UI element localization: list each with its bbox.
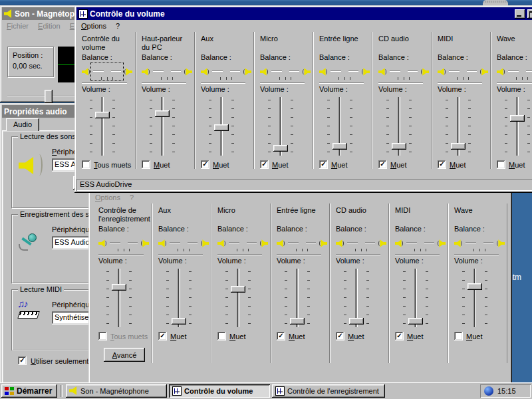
volume-slider[interactable] (384, 96, 414, 157)
maximize-button[interactable] (527, 9, 532, 19)
mute-checkbox[interactable]: ✓ (438, 160, 446, 169)
balance-thumb[interactable] (460, 65, 467, 76)
balance-thumb[interactable] (239, 237, 247, 248)
balance-slider[interactable] (227, 235, 258, 251)
speaker-left-icon (378, 68, 386, 76)
volume-slider[interactable] (325, 96, 355, 157)
balance-slider[interactable] (211, 64, 241, 80)
volume-slider[interactable] (164, 267, 194, 329)
mute-checkbox[interactable]: ✓ (378, 160, 387, 169)
volume-control-titlebar[interactable]: Contrôle du volume (76, 7, 532, 20)
volume-slider[interactable] (206, 96, 237, 157)
mute-checkbox[interactable]: ✓ (277, 332, 285, 340)
tray-volume-icon[interactable] (484, 386, 493, 396)
balance-slider[interactable] (388, 64, 419, 80)
balance-slider[interactable] (152, 64, 182, 80)
volume-slider[interactable] (400, 267, 431, 329)
mute-checkbox[interactable] (217, 332, 226, 340)
volume-thumb[interactable] (231, 286, 245, 293)
balance-slider[interactable] (270, 64, 301, 80)
balance-thumb[interactable] (417, 237, 424, 248)
balance-thumb[interactable] (400, 65, 408, 76)
taskbar-button-volume[interactable]: Contrôle du volume (169, 384, 270, 398)
balance-thumb[interactable] (104, 65, 111, 76)
menu-options[interactable]: Options (95, 194, 120, 201)
balance-thumb[interactable] (120, 237, 128, 248)
volume-slider[interactable] (443, 96, 473, 157)
mute-checkbox[interactable] (142, 160, 150, 169)
preferred-devices-checkbox[interactable]: ✓ (18, 356, 27, 365)
channel-name: Wave (454, 206, 507, 225)
balance-slider[interactable] (92, 64, 122, 80)
menu-edition[interactable]: Edition (38, 22, 61, 30)
mute-checkbox[interactable]: ✓ (395, 332, 404, 340)
balance-thumb[interactable] (299, 237, 306, 248)
balance-slider[interactable] (464, 235, 495, 251)
balance-slider[interactable] (448, 64, 478, 80)
balance-thumb[interactable] (223, 65, 230, 76)
mute-checkbox[interactable] (98, 332, 107, 340)
balance-thumb[interactable] (282, 65, 289, 76)
balance-slider[interactable] (405, 235, 436, 251)
mute-checkbox[interactable] (82, 160, 90, 169)
mute-checkbox[interactable]: ✓ (260, 160, 269, 169)
mute-checkbox[interactable]: ✓ (201, 160, 209, 169)
balance-slider[interactable] (507, 64, 532, 80)
balance-thumb[interactable] (341, 65, 348, 76)
mute-row: ✓ Muet (158, 331, 211, 342)
volume-slider[interactable] (265, 96, 296, 157)
balance-slider[interactable] (168, 235, 199, 251)
tab-audio[interactable]: Audio (6, 118, 39, 131)
volume-thumb[interactable] (172, 318, 186, 325)
mute-checkbox[interactable] (497, 160, 505, 169)
balance-thumb[interactable] (476, 237, 483, 248)
volume-thumb[interactable] (332, 143, 347, 150)
seek-thumb[interactable] (45, 90, 53, 103)
volume-thumb[interactable] (155, 110, 170, 117)
balance-thumb[interactable] (180, 237, 188, 248)
mute-checkbox[interactable] (454, 332, 463, 340)
volume-slider[interactable] (341, 267, 372, 329)
volume-thumb[interactable] (95, 112, 110, 118)
balance-slider[interactable] (329, 64, 360, 80)
menu-fichier[interactable]: Fichier (7, 22, 29, 30)
start-button[interactable]: Démarrer (1, 384, 57, 398)
balance-slider[interactable] (108, 235, 139, 251)
volume-slider[interactable] (460, 267, 490, 329)
taskbar-button-recording[interactable]: Contrôle de l'enregistrement (272, 384, 385, 398)
menu-help[interactable]: ? (116, 22, 120, 30)
mute-label: Muet (450, 161, 466, 169)
minimize-button[interactable] (515, 9, 525, 19)
volume-thumb[interactable] (214, 124, 229, 131)
balance-label: Balance : (98, 225, 152, 234)
mute-checkbox[interactable]: ✓ (336, 332, 344, 340)
mute-checkbox[interactable]: ✓ (319, 160, 328, 169)
volume-slider[interactable] (87, 96, 118, 157)
taskbar-button-son[interactable]: Son - Magnétophone (66, 384, 167, 398)
volume-slider[interactable] (104, 267, 134, 329)
balance-thumb[interactable] (164, 65, 171, 76)
volume-thumb[interactable] (408, 318, 423, 325)
speaker-right-icon (141, 239, 149, 247)
volume-slider[interactable] (502, 96, 532, 157)
volume-slider[interactable] (147, 96, 178, 157)
advanced-button[interactable]: Avancé (104, 348, 145, 362)
volume-thumb[interactable] (349, 318, 364, 325)
playback-group-title: Lecture des sons (18, 132, 78, 140)
balance-thumb[interactable] (519, 65, 526, 76)
volume-slider[interactable] (282, 267, 313, 329)
volume-thumb[interactable] (451, 143, 466, 150)
menu-options[interactable]: Options (81, 22, 106, 30)
balance-slider[interactable] (287, 235, 317, 251)
volume-thumb[interactable] (290, 318, 305, 325)
volume-thumb[interactable] (112, 284, 126, 291)
balance-thumb[interactable] (358, 237, 365, 248)
volume-thumb[interactable] (273, 145, 288, 152)
volume-thumb[interactable] (392, 143, 406, 150)
balance-slider[interactable] (346, 235, 376, 251)
mute-checkbox[interactable]: ✓ (158, 332, 167, 340)
volume-thumb[interactable] (510, 115, 525, 122)
menu-help[interactable]: ? (130, 194, 134, 201)
volume-thumb[interactable] (467, 283, 482, 290)
volume-slider[interactable] (223, 267, 253, 329)
